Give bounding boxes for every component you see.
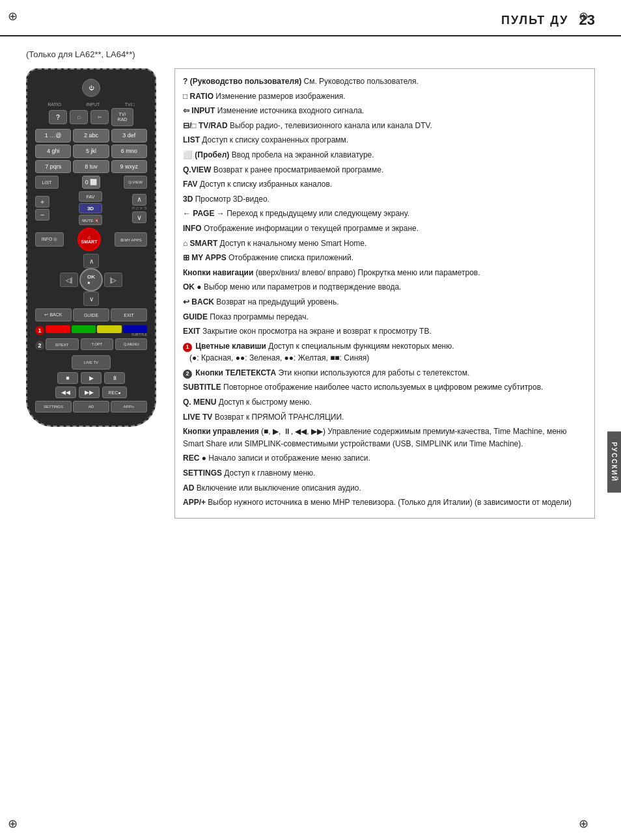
desc-bold-12: ⌂ SMART [183, 239, 217, 248]
desc-bold-1: ? (Руководство пользователя) [183, 77, 301, 86]
play-button[interactable]: ▶ [81, 372, 102, 384]
desc-bold-3: ⇦ INPUT [183, 106, 215, 115]
ff-button[interactable]: ▶▶ [79, 386, 100, 398]
two-col-layout: ⏻ RATIO INPUT TV/□ ? □ ⇦ TV/RAD [26, 68, 595, 519]
teletext-row: ⊟TEXT T.OPT SUBTITLE Q.MENU [46, 338, 147, 350]
prog-buttons: ∧ PAGE ∨ [131, 194, 147, 224]
desc-row-27: AD Включение или выключение описания ауд… [183, 482, 586, 495]
desc-row-25: REC ● Начало записи и отображение меню з… [183, 452, 586, 465]
num5-button[interactable]: 5 jkl [73, 144, 109, 158]
desc-row-12: ⌂ SMART Доступ к начальному меню Smart H… [183, 237, 586, 250]
list-zero-qview-row: LIST 0 ⬜ Q.VIEW [35, 176, 147, 189]
desc-bold-6: ⬜ (Пробел) [183, 150, 229, 159]
fav-button[interactable]: FAV [79, 191, 102, 202]
vol-down-button[interactable]: − [35, 209, 49, 221]
app-button[interactable]: APP/+ [111, 401, 147, 413]
ok-button[interactable]: OK● [79, 268, 103, 291]
desc-row-15: OK ● Выбор меню или параметров и подтвер… [183, 281, 586, 293]
num4-button[interactable]: 4 ghi [35, 144, 71, 158]
vol-up-button[interactable]: + [35, 196, 49, 208]
settings-button[interactable]: SETTINGS [35, 401, 72, 413]
num0-button[interactable]: 0 ⬜ [82, 176, 100, 189]
page-title: ПУЛЬТ ДУ [501, 14, 568, 27]
desc-row-2: □ RATIO Изменение размеров изображения. [183, 90, 586, 103]
prog-down-button[interactable]: ∨ [132, 211, 146, 223]
q-button[interactable]: ? [49, 110, 67, 124]
desc-row-28: APP/+ Выбор нужного источника в меню МНР… [183, 496, 586, 509]
qmenu-button[interactable]: Q.MENU [115, 338, 147, 350]
nav-cluster: ∧ ◁| OK● |▷ ∨ [35, 254, 147, 306]
input-label: INPUT [86, 102, 100, 107]
input-button[interactable]: ⇦ [90, 110, 109, 124]
qview-button[interactable]: Q.VIEW [124, 176, 147, 189]
desc-bold-5: LIST [183, 135, 200, 144]
desc-bold-7: Q.VIEW [183, 165, 211, 174]
desc-row-11: INFO Отображение информации о текущей пр… [183, 223, 586, 235]
desc-row-19: 1 Цветные клавиши Доступ к специальным ф… [183, 340, 586, 364]
ad-button[interactable]: AD [73, 401, 109, 413]
list-button[interactable]: LIST [35, 176, 59, 189]
desc-row-10: ← PAGE → Переход к предыдущему или следу… [183, 208, 586, 220]
num8-button[interactable]: 8 tuv [73, 160, 109, 174]
desc-row-6: ⬜ (Пробел) Ввод пробела на экранной клав… [183, 149, 586, 161]
desc-bold-21: SUBTITLE [183, 383, 221, 392]
yellow-button[interactable] [97, 325, 122, 333]
pause-button[interactable]: ⏸ [104, 372, 125, 384]
subtitle-label: SUBTITLE [131, 332, 147, 336]
num7-button[interactable]: 7 pqrs [35, 160, 71, 174]
settings-row: SETTINGS AD APP/+ [35, 401, 147, 413]
rec-button[interactable]: REC● [102, 386, 127, 398]
desc-row-1: ? (Руководство пользователя) См. Руковод… [183, 75, 586, 88]
3d-button[interactable]: 3D [79, 203, 102, 213]
nav-down-row: ∨ [83, 291, 99, 306]
desc-row-8: FAV Доступ к списку избранных каналов. [183, 178, 586, 191]
vol-prog-area: + − FAV 3D MUTE 🔇 ∧ PAGE ∨ [35, 191, 147, 225]
desc-row-18: EXIT Закрытие окон просмотра на экране и… [183, 325, 586, 338]
numpad: 1 …@ 2 abc 3 def 4 ghi 5 jkl 6 mno 7 pqr… [35, 129, 147, 173]
guide-button[interactable]: GUIDE [73, 308, 109, 321]
num2-button[interactable]: 2 abc [73, 129, 109, 142]
green-button[interactable] [72, 325, 96, 333]
text-button[interactable]: ⊟TEXT [46, 338, 79, 350]
smart-button[interactable]: ⌂SMART [77, 228, 101, 251]
nav-left-button[interactable]: ◁| [60, 273, 78, 287]
stop-button[interactable]: ■ [57, 372, 78, 384]
nav-middle-row: ◁| OK● |▷ [60, 268, 122, 291]
ratio-button[interactable]: □ [70, 110, 88, 124]
myapps-button[interactable]: ⊞ MY APPS [115, 232, 147, 247]
exit-button[interactable]: EXIT [111, 308, 147, 321]
power-button[interactable]: ⏻ [82, 79, 100, 97]
desc-row-17: GUIDE Показ программы передач. [183, 311, 586, 323]
nav-up-row: ∧ [83, 254, 99, 268]
rew-button[interactable]: ◀◀ [55, 386, 76, 398]
main-content: (Только для LA62**, LA64**) ⏻ RATIO INPU… [0, 43, 621, 532]
desc-row-5: LIST Доступ к списку сохраненных програм… [183, 134, 586, 146]
desc-bold-9: 3D [183, 195, 193, 204]
nav-down-button[interactable]: ∨ [83, 291, 99, 306]
desc-bold-20: Кнопки ТЕЛЕТЕКСТА [195, 368, 276, 377]
num6-button[interactable]: 6 mno [111, 144, 147, 158]
desc-bold-4: ⊟/□ TV/RAD [183, 121, 228, 130]
prog-up-button[interactable]: ∧ [132, 194, 146, 206]
nav-up-button[interactable]: ∧ [83, 254, 99, 268]
desc-bold-11: INFO [183, 224, 202, 233]
desc-bold-14: Кнопки навигации [183, 268, 253, 277]
back-button[interactable]: ↩ BACK [35, 308, 72, 321]
desc-bold-15: OK ● [183, 282, 202, 291]
nav-right-button[interactable]: |▷ [104, 273, 122, 287]
desc-bold-13: ⊞ MY APPS [183, 253, 227, 262]
red-button[interactable] [46, 325, 70, 333]
info-button[interactable]: INFO ⊙ [35, 232, 64, 247]
ratio-label: RATIO [48, 102, 61, 107]
num1-button[interactable]: 1 …@ [35, 129, 71, 142]
crosshair-tr: ⊕ [579, 9, 588, 23]
volume-buttons: + − [35, 196, 49, 221]
tv-rad-button[interactable]: TV/RAD [111, 108, 133, 126]
livetv-button[interactable]: LIVE TV [72, 355, 111, 370]
num9-button[interactable]: 9 wxyz [111, 160, 147, 174]
remote-labels-row: RATIO INPUT TV/□ [35, 102, 147, 107]
num3-button[interactable]: 3 def [111, 129, 147, 142]
mute-button[interactable]: MUTE 🔇 [79, 215, 102, 225]
topt-button[interactable]: T.OPT [81, 338, 114, 350]
desc-row-9: 3D Просмотр 3D-видео. [183, 193, 586, 206]
